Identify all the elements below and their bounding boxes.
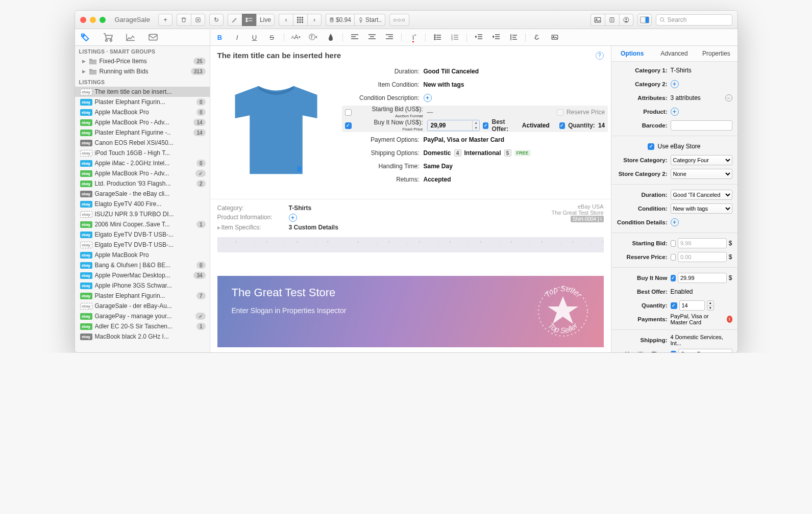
listing-row[interactable]: ebay Ltd. Production '93 Flagsh... 2	[75, 178, 210, 189]
store-category2-select[interactable]: None	[671, 169, 732, 179]
item-specifics-value[interactable]: 3 Custom Details	[289, 224, 338, 231]
new-listing-button[interactable]: +	[158, 14, 173, 26]
prev-design-button[interactable]: ‹	[279, 14, 293, 26]
insp-payments[interactable]: PayPal, Visa or Master Card	[671, 313, 725, 325]
add-condition-desc-button[interactable]: +	[424, 94, 432, 102]
payment-value[interactable]: PayPal, Visa or Master Card	[424, 136, 608, 143]
delete-button[interactable]	[177, 14, 191, 26]
listing-row[interactable]: ebay Apple MacBook Pro 0	[75, 107, 210, 117]
align-center-button[interactable]	[366, 32, 378, 43]
insp-qty-input[interactable]	[679, 300, 705, 311]
insp-shipping[interactable]: 4 Domestic Services, Int...	[671, 334, 732, 346]
help-button[interactable]: ?	[596, 52, 604, 60]
listing-row[interactable]: ebay Elgato EyeTV DVB-T USB-...	[75, 240, 210, 250]
listing-row[interactable]: ebay Plaster Elephant Figurine -.. 14	[75, 127, 210, 138]
next-design-button[interactable]: ›	[307, 14, 322, 26]
shipping-value[interactable]: Domestic4 International5 FREE	[424, 149, 608, 157]
category-value[interactable]: T-Shirts	[289, 204, 312, 212]
listing-row[interactable]: ebay Plaster Elephant Figurin... 7	[75, 291, 210, 301]
buy-it-now-price-input[interactable]: 29,99▴▾	[427, 120, 480, 131]
indent-button[interactable]	[490, 32, 502, 43]
listings-mode-icon[interactable]	[79, 32, 92, 43]
smartgroup-row[interactable]: ▶ Fixed-Price Items 25	[75, 56, 210, 66]
smartgroup-row[interactable]: ▶ Running with Bids 313	[75, 66, 210, 76]
item-title[interactable]: The item title can be inserted here	[217, 51, 592, 60]
starting-bid-checkbox[interactable]	[345, 109, 352, 116]
listing-row[interactable]: ebay Elagto EyeTV 400 Fire...	[75, 199, 210, 209]
insp-startbid-input[interactable]	[678, 238, 727, 248]
add-product-info-button[interactable]: +	[289, 214, 297, 222]
listing-row[interactable]: ebay GaragePay - manage your... ✓	[75, 311, 210, 321]
use-ebay-store-checkbox[interactable]	[648, 143, 654, 150]
listing-row[interactable]: ebay Apple MacBook Pro - Adv... 14	[75, 117, 210, 127]
listing-row[interactable]: ebay MacBook black 2.0 GHz I...	[75, 331, 210, 342]
media-button[interactable]	[590, 14, 605, 26]
underline-button[interactable]: U	[249, 32, 260, 43]
duplicate-button[interactable]	[191, 14, 205, 26]
condition-select[interactable]: New with tags	[671, 203, 732, 214]
duration-select[interactable]: Good 'Til Canceled	[671, 190, 732, 200]
text-color-button[interactable]	[325, 32, 336, 43]
listing-row[interactable]: ebay Apple iMac - 2.0GHz Intel... 0	[75, 158, 210, 168]
reports-mode-icon[interactable]	[124, 32, 137, 43]
start-listing-button[interactable]: Start..	[354, 14, 385, 26]
quantity-checkbox[interactable]	[559, 122, 565, 129]
condition-value[interactable]: New with tags	[424, 81, 608, 88]
number-list-button[interactable]: 123	[449, 32, 460, 43]
live-mode-button[interactable]: Live	[256, 14, 275, 26]
listing-row[interactable]: ebay Apple iPhone 3GS Schwar...	[75, 280, 210, 291]
insp-qty-checkbox[interactable]	[671, 302, 677, 309]
listing-row[interactable]: ebay Elgato EyeTV DVB-T USB-...	[75, 229, 210, 240]
more-actions-button[interactable]: ○○○	[389, 14, 409, 26]
refresh-button[interactable]: ↻	[209, 14, 224, 26]
account-button[interactable]	[619, 14, 633, 26]
insp-category1[interactable]: T-Shirts	[671, 67, 692, 74]
insp-bin-checkbox[interactable]	[671, 275, 676, 281]
insp-startbid-checkbox[interactable]	[671, 240, 676, 247]
buy-it-now-checkbox[interactable]	[345, 122, 352, 129]
design-grid-button[interactable]	[293, 14, 307, 26]
listing-row[interactable]: ebay Bang & Olufsen | B&O BE... 0	[75, 260, 210, 270]
tab-advanced[interactable]: Advanced	[653, 46, 695, 61]
item-image[interactable]	[217, 65, 335, 195]
best-offer-checkbox[interactable]	[483, 122, 488, 129]
align-left-button[interactable]	[349, 32, 360, 43]
listing-row[interactable]: ebay Apple PowerMac Desktop... 34	[75, 270, 210, 280]
tab-properties[interactable]: Properties	[695, 46, 737, 61]
insert-link-button[interactable]	[532, 32, 543, 43]
minimize-window-button[interactable]	[90, 17, 96, 23]
tab-options[interactable]: Options	[611, 46, 653, 61]
insp-bestoffer[interactable]: Enabled	[671, 288, 693, 295]
listing-row[interactable]: ebay 2006 Mini Cooper..Save T... 1	[75, 219, 210, 229]
bold-button[interactable]: B	[214, 32, 226, 43]
font-size-button[interactable]: AA▾	[290, 32, 302, 43]
listing-row[interactable]: ebay Adler EC 20-S Sir Taschen... 1	[75, 321, 210, 331]
messages-mode-icon[interactable]	[146, 32, 160, 43]
clear-format-button[interactable]: I×	[408, 32, 419, 43]
blockquote-button[interactable]	[508, 32, 519, 43]
remove-attributes-button[interactable]: −	[725, 94, 732, 101]
listing-row[interactable]: ebay iPod Touch 16GB - High T...	[75, 148, 210, 158]
add-product-button[interactable]: +	[671, 108, 679, 116]
outdent-button[interactable]	[473, 32, 484, 43]
strike-button[interactable]: S	[266, 32, 278, 43]
font-family-button[interactable]: Ⓕ▾	[308, 32, 319, 43]
store-category-select[interactable]: Category Four	[671, 155, 732, 165]
listing-row[interactable]: ebay Canon EOS Rebel XSi/450...	[75, 138, 210, 148]
insp-handling-checkbox[interactable]	[671, 351, 677, 353]
add-category2-button[interactable]: +	[671, 80, 679, 88]
listing-row[interactable]: ebay The item title can be insert...	[75, 87, 210, 97]
duration-value[interactable]: Good Till Canceled	[424, 68, 608, 75]
listing-row[interactable]: ebay Plaster Elephant Figurin... 0	[75, 97, 210, 107]
search-field[interactable]: Search	[656, 14, 732, 25]
edit-mode-button[interactable]	[228, 14, 242, 26]
bullet-list-button[interactable]	[432, 32, 443, 43]
insp-bin-input[interactable]	[678, 273, 727, 283]
listing-row[interactable]: ebay Apple MacBook Pro	[75, 250, 210, 260]
zoom-window-button[interactable]	[100, 17, 106, 23]
returns-value[interactable]: Accepted	[424, 176, 608, 183]
insert-media-button[interactable]	[549, 32, 560, 43]
listing-row[interactable]: ebay GarageSale - the eBay cli...	[75, 189, 210, 199]
insp-attributes[interactable]: 3 attributes	[671, 94, 701, 101]
listing-row[interactable]: ebay ISUZU NPR 3.9 TURBO DI...	[75, 209, 210, 219]
